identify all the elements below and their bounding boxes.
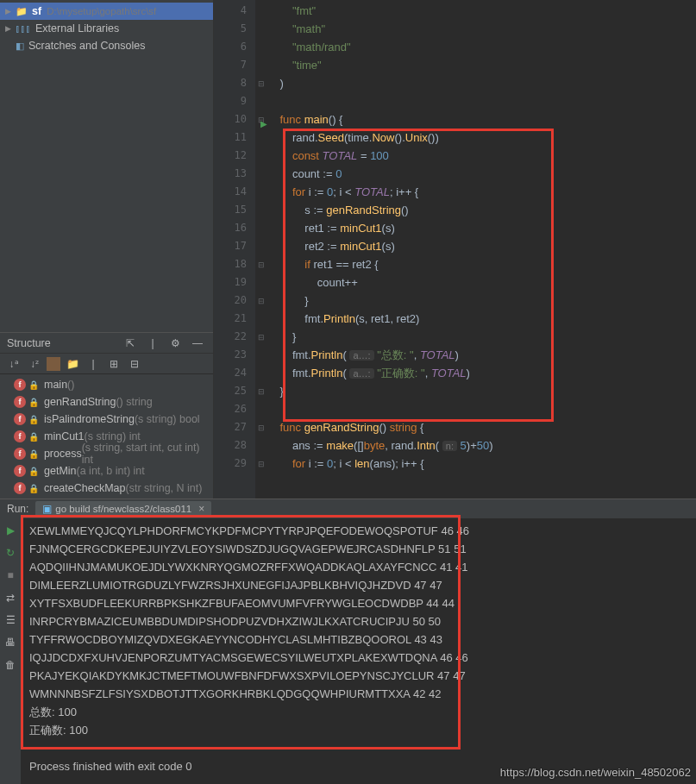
gutter-line[interactable]: 9 <box>214 92 255 110</box>
run-tab-label: go build sf/newclass2/class011 <box>55 504 191 514</box>
run-tab[interactable]: ▣ go build sf/newclass2/class011 × <box>35 501 211 517</box>
chevron-right-icon: ▶ <box>5 24 14 33</box>
code-line[interactable]: "math" <box>267 20 696 38</box>
structure-title: Structure <box>7 337 51 349</box>
collapse-icon[interactable]: ⇱ <box>122 335 139 352</box>
expand-icon[interactable]: ⊞ <box>105 355 122 373</box>
fold-marker <box>255 364 267 382</box>
code-line[interactable]: } <box>267 382 696 400</box>
code-line[interactable]: ret1 := minCut1(s) <box>267 219 696 237</box>
hide-icon[interactable]: — <box>189 335 206 352</box>
tree-root[interactable]: ▶ 📁 sf D:\mysetup\gopath\src\sf <box>0 3 213 20</box>
print-icon[interactable]: 🖶 <box>2 634 19 651</box>
gutter-line[interactable]: 16 <box>214 219 255 237</box>
rerun-icon[interactable]: ↻ <box>2 544 19 561</box>
code-line[interactable] <box>267 400 696 418</box>
chevron-right-icon: ▶ <box>5 7 14 16</box>
close-icon[interactable]: × <box>198 503 204 515</box>
gutter-line[interactable]: 13 <box>214 165 255 183</box>
code-line[interactable]: for i := 0; i < TOTAL; i++ { <box>267 183 696 201</box>
gutter-line[interactable]: 20 <box>214 292 255 310</box>
code-line[interactable]: count := 0 <box>267 165 696 183</box>
stop-icon[interactable]: ■ <box>2 567 19 584</box>
sort-za-icon[interactable]: ↓ᶻ <box>26 355 43 373</box>
code-line[interactable]: if ret1 == ret2 { <box>267 255 696 273</box>
gutter-line[interactable]: 18 <box>214 255 255 273</box>
code-line[interactable]: fmt.Println( a…: "正确数: ", TOTAL) <box>267 364 696 382</box>
gutter-line[interactable]: 29 <box>214 455 255 473</box>
code-line[interactable]: func main() { <box>267 110 696 129</box>
code-line[interactable]: count++ <box>267 273 696 292</box>
box-icon[interactable] <box>47 357 60 371</box>
gutter-line[interactable]: 12 <box>214 147 255 165</box>
code-editor[interactable]: 45678910▶1112131415161718192021222324252… <box>214 0 696 499</box>
gutter-line[interactable]: 7 <box>214 56 255 74</box>
code-line[interactable]: "time" <box>267 56 696 74</box>
gutter-line[interactable]: 8 <box>214 74 255 92</box>
lock-icon: 🔒 <box>28 398 39 407</box>
structure-item[interactable]: f🔒isPalindromeString(s string) bool <box>0 411 213 428</box>
structure-item[interactable]: f🔒genRandString() string <box>0 393 213 411</box>
code-line[interactable]: "math/rand" <box>267 38 696 56</box>
gear-icon[interactable]: ⚙ <box>166 335 184 352</box>
code-line[interactable]: func genRandString() string { <box>267 418 696 436</box>
layout-icon[interactable]: ☰ <box>2 612 19 629</box>
trash-icon[interactable]: 🗑 <box>2 656 19 674</box>
sort-az-icon[interactable]: ↓ᵃ <box>5 355 22 373</box>
gutter-line[interactable]: 22 <box>214 328 255 346</box>
code-line[interactable]: } <box>267 292 696 310</box>
code-line[interactable]: "fmt" <box>267 2 696 20</box>
structure-item[interactable]: f🔒createCheckMap(str string, N int) <box>0 480 213 497</box>
collapse-all-icon[interactable]: ⊟ <box>126 355 143 373</box>
gutter-line[interactable]: 17 <box>214 237 255 255</box>
gutter-line[interactable]: 6 <box>214 38 255 56</box>
fold-marker[interactable]: ⊟ <box>255 382 267 400</box>
fold-marker[interactable]: ⊟ <box>255 328 267 346</box>
gutter-line[interactable]: 14 <box>214 183 255 201</box>
gutter-line[interactable]: 27 <box>214 418 255 436</box>
gutter-line[interactable]: 15 <box>214 201 255 219</box>
fold-marker[interactable]: ⊟ <box>255 292 267 310</box>
gutter-line[interactable]: 4 <box>214 2 255 20</box>
console-output[interactable]: XEWLMMEYQJCQYLPHDORFMCYKPDFMCPYTYRPJPQEF… <box>21 518 696 784</box>
code-line[interactable]: ans := make([]byte, rand.Intn( n: 5)+50) <box>267 436 696 455</box>
gutter-line[interactable]: 11 <box>214 129 255 147</box>
structure-item[interactable]: f🔒main() <box>0 376 213 393</box>
run-gutter-icon[interactable]: ▶ <box>260 115 267 133</box>
code-line[interactable] <box>267 92 696 110</box>
code-line[interactable]: ) <box>267 74 696 92</box>
structure-item[interactable]: f🔒process(s string, start int, cut int) … <box>0 445 213 462</box>
folder-icon[interactable]: 📁 <box>64 355 81 373</box>
toggle-icon[interactable]: ⇄ <box>2 589 19 606</box>
code-line[interactable]: rand.Seed(time.Now().Unix()) <box>267 129 696 147</box>
fold-marker[interactable]: ⊟ <box>255 418 267 436</box>
fold-marker[interactable]: ⊟ <box>255 255 267 273</box>
console-line: TYFFRWOCDBOYMIZQVDXEGKAEYYNCODHYCLASLMHT… <box>29 630 687 649</box>
structure-item-sig: (str string, N int) <box>126 482 203 494</box>
code-line[interactable]: } <box>267 328 696 346</box>
code-line[interactable]: const TOTAL = 100 <box>267 147 696 165</box>
structure-item-name: isPalindromeString <box>44 413 135 425</box>
gutter-line[interactable]: 10▶ <box>214 110 255 129</box>
gutter-line[interactable]: 23 <box>214 346 255 364</box>
tree-scratches[interactable]: ◧ Scratches and Consoles <box>0 37 213 54</box>
structure-item-name: getMin <box>44 465 77 477</box>
play-icon[interactable]: ▶ <box>2 522 19 539</box>
code-line[interactable]: for i := 0; i < len(ans); i++ { <box>267 455 696 473</box>
project-tree[interactable]: ▶ 📁 sf D:\mysetup\gopath\src\sf ▶ ⫿⫿⫿ Ex… <box>0 0 213 57</box>
gutter-line[interactable]: 19 <box>214 273 255 292</box>
code-line[interactable]: fmt.Println( a…: "总数: ", TOTAL) <box>267 346 696 364</box>
gutter-line[interactable]: 25 <box>214 382 255 400</box>
structure-item-name: process <box>44 448 82 460</box>
gutter-line[interactable]: 26 <box>214 400 255 418</box>
code-line[interactable]: s := genRandString() <box>267 201 696 219</box>
code-line[interactable]: fmt.Println(s, ret1, ret2) <box>267 310 696 328</box>
fold-marker[interactable]: ⊟ <box>255 74 267 92</box>
gutter-line[interactable]: 24 <box>214 364 255 382</box>
gutter-line[interactable]: 5 <box>214 20 255 38</box>
code-line[interactable]: ret2 := minCut1(s) <box>267 237 696 255</box>
fold-marker[interactable]: ⊟ <box>255 455 267 473</box>
gutter-line[interactable]: 21 <box>214 310 255 328</box>
tree-external-libs[interactable]: ▶ ⫿⫿⫿ External Libraries <box>0 20 213 37</box>
gutter-line[interactable]: 28 <box>214 436 255 455</box>
